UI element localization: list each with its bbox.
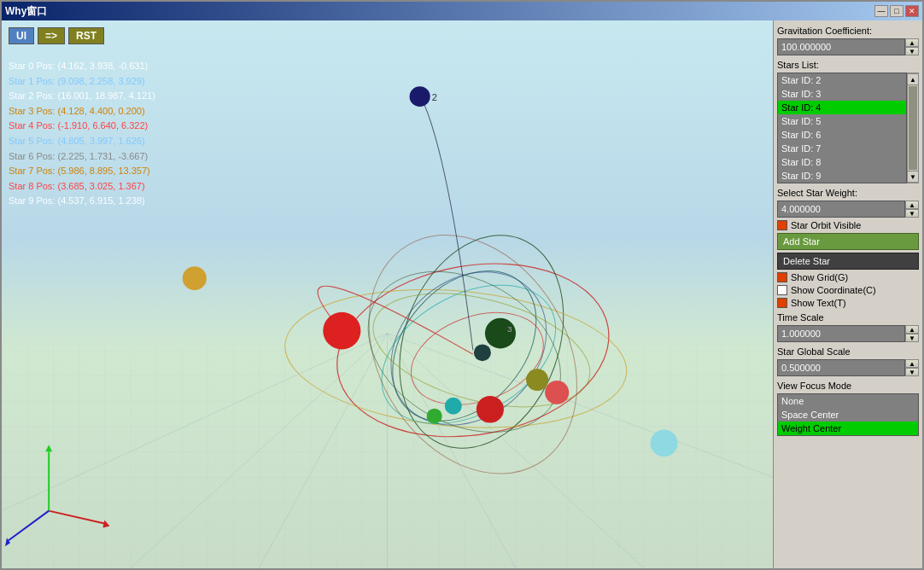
- star-orbit-checkbox[interactable]: [777, 220, 787, 230]
- star-scale-up[interactable]: ▲: [905, 359, 919, 368]
- show-coordinate-row: Show Coordinate(C): [777, 285, 919, 295]
- svg-point-26: [183, 266, 207, 290]
- titlebar: Why窗口 — □ ✕: [2, 2, 922, 20]
- svg-line-6: [388, 334, 645, 568]
- focus-mode-item[interactable]: None: [778, 394, 918, 408]
- star-weight-spinbox: ▲ ▼: [777, 201, 919, 218]
- star-list-item[interactable]: Star ID: 3: [778, 87, 906, 101]
- star-pos-3: Star 3 Pos: (4.128, 4.400, 0.200): [9, 104, 155, 119]
- show-grid-row: Show Grid(G): [777, 272, 919, 282]
- star-list-item[interactable]: Star ID: 5: [778, 114, 906, 128]
- star-list-item[interactable]: Star ID: 9: [778, 169, 906, 183]
- stars-list-wrapper: Star ID: 2Star ID: 3Star ID: 4Star ID: 5…: [777, 73, 919, 183]
- svg-text:2: 2: [432, 92, 437, 102]
- viewport[interactable]: UI => RST Star 0 Pos: (4.162, 3.938, -0.…: [2, 20, 773, 568]
- svg-point-11: [357, 257, 580, 452]
- time-scale-label: Time Scale: [777, 312, 919, 323]
- time-scale-up[interactable]: ▲: [905, 325, 919, 334]
- svg-marker-0: [2, 341, 773, 568]
- svg-point-33: [545, 381, 569, 404]
- content-area: UI => RST Star 0 Pos: (4.162, 3.938, -0.…: [2, 20, 922, 568]
- toolbar: UI => RST: [9, 27, 104, 44]
- scroll-down-arrow[interactable]: ▼: [907, 171, 919, 183]
- svg-line-7: [388, 334, 774, 477]
- gravitation-spinbox: ▲ ▼: [777, 38, 919, 55]
- star-positions-overlay: Star 0 Pos: (4.162, 3.938, -0.631)Star 1…: [9, 59, 155, 209]
- show-text-row: Show Text(T): [777, 298, 919, 308]
- svg-point-32: [526, 369, 548, 391]
- svg-point-10: [279, 276, 633, 440]
- show-coordinate-label: Show Coordinate(C): [791, 285, 876, 295]
- show-grid-checkbox[interactable]: [777, 272, 787, 282]
- rst-button[interactable]: RST: [68, 27, 104, 44]
- svg-point-13: [398, 296, 556, 422]
- gravitation-up[interactable]: ▲: [905, 38, 919, 47]
- star-scale-spinbox: ▲ ▼: [777, 359, 919, 376]
- svg-point-31: [477, 396, 504, 423]
- gravitation-input[interactable]: [777, 38, 905, 55]
- svg-marker-19: [102, 521, 109, 528]
- svg-point-30: [445, 398, 462, 415]
- svg-point-27: [323, 312, 360, 350]
- scroll-thumb[interactable]: [909, 86, 917, 170]
- star-pos-6: Star 6 Pos: (2.225, 1.731, -3.667): [9, 149, 155, 165]
- star-list-item[interactable]: Star ID: 8: [778, 155, 906, 169]
- svg-point-34: [427, 409, 442, 424]
- svg-line-5: [388, 334, 517, 568]
- delete-star-button[interactable]: Delete Star: [777, 253, 919, 270]
- star-pos-8: Star 8 Pos: (3.685, 3.025, 1.367): [9, 179, 155, 195]
- window-title: Why窗口: [5, 4, 47, 19]
- star-orbit-row: Star Orbit Visible: [777, 220, 919, 230]
- focus-mode-item[interactable]: Space Center: [778, 408, 918, 422]
- svg-point-8: [323, 243, 623, 457]
- svg-marker-21: [45, 445, 52, 451]
- svg-point-17: [339, 239, 590, 465]
- add-star-button[interactable]: Add Star: [777, 233, 919, 250]
- star-pos-9: Star 9 Pos: (4.537, 6.915, 1.238): [9, 194, 155, 209]
- star-list-item[interactable]: Star ID: 6: [778, 128, 906, 142]
- star-list-item[interactable]: Star ID: 7: [778, 142, 906, 155]
- svg-point-28: [485, 318, 516, 349]
- star-pos-7: Star 7 Pos: (5.986, 8.895, 13.357): [9, 164, 155, 179]
- time-scale-spinbox: ▲ ▼: [777, 325, 919, 342]
- minimize-button[interactable]: —: [874, 5, 888, 17]
- show-coordinate-checkbox[interactable]: [777, 285, 787, 295]
- svg-line-3: [259, 334, 388, 568]
- time-scale-down[interactable]: ▼: [905, 334, 919, 342]
- star-pos-0: Star 0 Pos: (4.162, 3.938, -0.631): [9, 59, 155, 74]
- svg-point-9: [371, 212, 592, 471]
- star-scale-down[interactable]: ▼: [905, 368, 919, 376]
- star-weight-down[interactable]: ▼: [905, 209, 919, 218]
- star-scale-arrows: ▲ ▼: [905, 359, 919, 376]
- star-list-item[interactable]: Star ID: 2: [778, 73, 906, 87]
- ui-button[interactable]: UI: [9, 27, 34, 44]
- star-pos-4: Star 4 Pos: (-1.910, 6.640, 6.322): [9, 119, 155, 134]
- star-weight-arrows: ▲ ▼: [905, 201, 919, 218]
- star-pos-2: Star 2 Pos: (16.001, 18.987, 4.121): [9, 89, 155, 104]
- show-text-checkbox[interactable]: [777, 298, 787, 308]
- star-weight-input[interactable]: [777, 201, 905, 218]
- right-panel: Gravitation Coefficient: ▲ ▼ Stars List:…: [773, 20, 922, 568]
- time-scale-arrows: ▲ ▼: [905, 325, 919, 342]
- svg-line-1: [2, 334, 388, 511]
- svg-point-36: [474, 344, 491, 361]
- maximize-button[interactable]: □: [890, 5, 904, 17]
- star-scale-input[interactable]: [777, 359, 905, 376]
- svg-point-35: [651, 430, 678, 457]
- star-pos-1: Star 1 Pos: (9.098, 2.258, 3.929): [9, 74, 155, 90]
- svg-point-24: [410, 86, 430, 107]
- svg-line-2: [131, 334, 388, 568]
- view-focus-label: View Focus Mode: [777, 381, 919, 391]
- svg-line-18: [49, 511, 104, 524]
- focus-mode-item[interactable]: Weight Center: [778, 422, 918, 435]
- close-button[interactable]: ✕: [905, 5, 919, 17]
- svg-line-22: [9, 511, 49, 541]
- titlebar-buttons: — □ ✕: [874, 5, 919, 17]
- star-list-item[interactable]: Star ID: 4: [778, 101, 906, 114]
- gravitation-down[interactable]: ▼: [905, 47, 919, 55]
- stars-list-scrollbar[interactable]: ▲ ▼: [907, 73, 919, 183]
- star-weight-up[interactable]: ▲: [905, 201, 919, 209]
- arrow-button[interactable]: =>: [38, 27, 65, 44]
- scroll-up-arrow[interactable]: ▲: [907, 73, 919, 85]
- time-scale-input[interactable]: [777, 325, 905, 342]
